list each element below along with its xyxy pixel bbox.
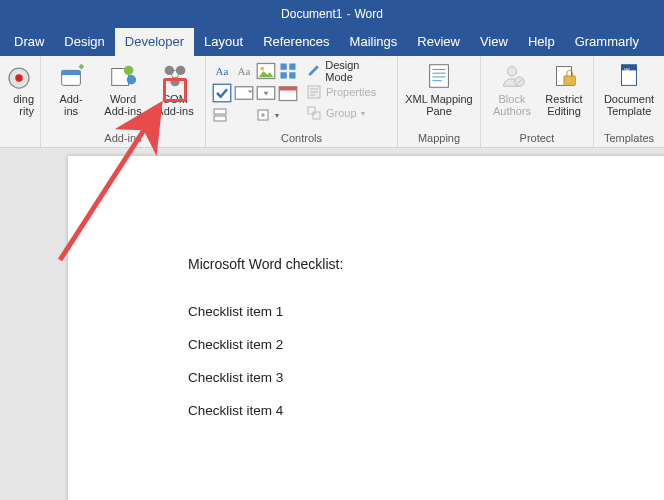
tab-developer[interactable]: Developer bbox=[115, 28, 194, 56]
ribbon-group-addins: Add-ins WordAdd-ins COMAdd-ins Add-ins bbox=[41, 56, 206, 147]
checklist-item: Checklist item 1 bbox=[188, 304, 568, 319]
xml-mapping-pane-button[interactable]: XML MappingPane bbox=[404, 59, 474, 117]
svg-rect-17 bbox=[235, 87, 253, 100]
svg-rect-25 bbox=[308, 107, 315, 114]
document-workspace[interactable]: Microsoft Word checklist: Checklist item… bbox=[0, 148, 664, 500]
legacy-tools-icon bbox=[256, 107, 272, 123]
design-mode-icon bbox=[306, 63, 321, 78]
addins-icon bbox=[56, 61, 86, 91]
ribbon-group-partial: dingrity bbox=[0, 56, 41, 147]
tab-help[interactable]: Help bbox=[518, 28, 565, 56]
building-block-control-button[interactable] bbox=[278, 61, 298, 81]
building-block-icon bbox=[278, 61, 298, 81]
ribbon-group-controls: Aa Aa ▾ Design Mode Properties bbox=[206, 56, 398, 147]
doc-title: Document1 bbox=[281, 7, 342, 21]
checklist-item: Checklist item 3 bbox=[188, 370, 568, 385]
document-page[interactable]: Microsoft Word checklist: Checklist item… bbox=[68, 156, 664, 500]
svg-point-6 bbox=[127, 75, 136, 84]
addins-button[interactable]: Add-ins bbox=[47, 59, 95, 117]
checklist-item: Checklist item 2 bbox=[188, 337, 568, 352]
group-title-mapping: Mapping bbox=[404, 130, 474, 146]
restrict-editing-button[interactable]: RestrictEditing bbox=[541, 59, 587, 117]
ribbon-group-mapping: XML MappingPane Mapping bbox=[398, 56, 481, 147]
group-title-templates: Templates bbox=[600, 130, 658, 146]
svg-rect-15 bbox=[289, 72, 295, 78]
word-addins-icon bbox=[108, 61, 138, 91]
word-addins-button[interactable]: WordAdd-ins bbox=[99, 59, 147, 117]
repeating-section-control-button[interactable] bbox=[212, 105, 254, 125]
design-mode-button[interactable]: Design Mode bbox=[302, 61, 391, 81]
checklist-item: Checklist item 4 bbox=[188, 403, 568, 418]
legacy-tools-button[interactable]: ▾ bbox=[256, 105, 298, 125]
xml-mapping-icon bbox=[424, 61, 454, 91]
recording-icon bbox=[4, 63, 34, 93]
ribbon-group-templates: W DocumentTemplate Templates bbox=[594, 56, 664, 147]
title-separator: - bbox=[346, 7, 350, 21]
combobox-icon bbox=[234, 83, 254, 103]
restrict-editing-icon bbox=[549, 61, 579, 91]
tab-references[interactable]: References bbox=[253, 28, 339, 56]
app-name: Word bbox=[354, 7, 382, 21]
controls-gallery: Aa Aa ▾ bbox=[212, 59, 298, 125]
properties-icon bbox=[306, 84, 322, 100]
tab-layout[interactable]: Layout bbox=[194, 28, 253, 56]
combobox-control-button[interactable] bbox=[234, 83, 254, 103]
checkbox-icon bbox=[212, 83, 232, 103]
tab-design[interactable]: Design bbox=[54, 28, 114, 56]
repeating-icon bbox=[212, 107, 228, 123]
com-addins-button[interactable]: COMAdd-ins bbox=[151, 59, 199, 117]
date-picker-icon bbox=[278, 83, 298, 103]
svg-point-28 bbox=[507, 67, 516, 76]
tab-view[interactable]: View bbox=[470, 28, 518, 56]
svg-text:W: W bbox=[624, 67, 630, 73]
tab-grammarly[interactable]: Grammarly bbox=[565, 28, 649, 56]
document-template-button[interactable]: W DocumentTemplate bbox=[600, 59, 658, 117]
group-icon bbox=[306, 105, 322, 121]
svg-rect-12 bbox=[281, 64, 287, 70]
picture-icon bbox=[256, 61, 276, 81]
svg-rect-16 bbox=[213, 84, 231, 102]
properties-button[interactable]: Properties bbox=[302, 82, 391, 102]
tab-review[interactable]: Review bbox=[407, 28, 470, 56]
svg-rect-3 bbox=[62, 70, 81, 75]
rich-text-control-button[interactable]: Aa bbox=[212, 61, 232, 81]
ribbon: dingrity Add-ins WordAdd-ins COMAdd-ins … bbox=[0, 56, 664, 148]
svg-point-1 bbox=[15, 74, 23, 82]
dropdown-icon bbox=[256, 83, 276, 103]
svg-rect-14 bbox=[281, 72, 287, 78]
partial-label-2: rity bbox=[19, 105, 34, 117]
svg-rect-21 bbox=[214, 109, 226, 114]
svg-rect-13 bbox=[289, 64, 295, 70]
svg-rect-20 bbox=[279, 87, 297, 91]
group-button[interactable]: Group ▾ bbox=[302, 103, 391, 123]
svg-rect-27 bbox=[430, 65, 449, 88]
group-title-controls: Controls bbox=[212, 130, 391, 146]
document-template-icon: W bbox=[614, 61, 644, 91]
partial-label-1: ding bbox=[13, 93, 34, 105]
svg-rect-31 bbox=[564, 76, 575, 85]
doc-heading: Microsoft Word checklist: bbox=[188, 256, 568, 272]
svg-point-5 bbox=[124, 66, 133, 75]
dropdown-control-button[interactable] bbox=[256, 83, 276, 103]
svg-point-11 bbox=[260, 67, 264, 71]
plain-text-control-button[interactable]: Aa bbox=[234, 61, 254, 81]
picture-control-button[interactable] bbox=[256, 61, 276, 81]
ribbon-group-protect: BlockAuthors RestrictEditing Protect bbox=[481, 56, 594, 147]
group-title-addins: Add-ins bbox=[47, 130, 199, 146]
svg-rect-22 bbox=[214, 116, 226, 121]
block-authors-icon bbox=[497, 61, 527, 91]
block-authors-button[interactable]: BlockAuthors bbox=[487, 59, 537, 117]
svg-rect-26 bbox=[313, 112, 320, 119]
tab-draw[interactable]: Draw bbox=[4, 28, 54, 56]
ribbon-tabs: Draw Design Developer Layout References … bbox=[0, 28, 664, 56]
tab-mailings[interactable]: Mailings bbox=[340, 28, 408, 56]
date-picker-control-button[interactable] bbox=[278, 83, 298, 103]
com-addins-icon bbox=[160, 61, 190, 91]
title-bar: Document1 - Word bbox=[0, 0, 664, 28]
checkbox-control-button[interactable] bbox=[212, 83, 232, 103]
group-title-protect: Protect bbox=[487, 130, 587, 146]
